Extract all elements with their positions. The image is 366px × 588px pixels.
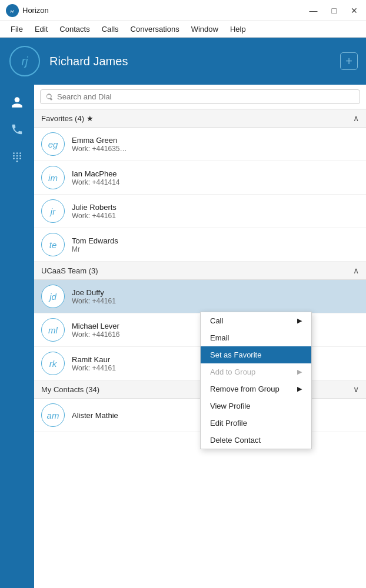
contact-detail: Mr <box>72 245 118 253</box>
svg-point-3 <box>16 152 18 154</box>
ctx-set-favorite-label: Set as Favorite <box>210 350 261 359</box>
maximize-button[interactable]: □ <box>330 6 339 15</box>
sidebar <box>0 85 34 588</box>
svg-point-7 <box>19 155 21 157</box>
group-ucaas[interactable]: UCaaS Team (3) ∧ <box>34 262 366 280</box>
contact-detail: Work: +441414 <box>72 178 120 186</box>
ctx-add-group-label: Add to Group <box>210 368 255 376</box>
list-item[interactable]: jd Joe Duffy Work: +44161 <box>34 280 366 313</box>
svg-point-8 <box>13 158 15 159</box>
ctx-add-group: Add to Group ▶ <box>201 363 311 380</box>
arrow-icon: ▶ <box>297 368 302 376</box>
menu-conversations[interactable]: Conversations <box>125 24 185 35</box>
app-icon: H <box>6 4 19 17</box>
search-icon <box>45 93 54 101</box>
window-controls: — □ ✕ <box>307 6 360 15</box>
avatar: am <box>41 403 65 427</box>
menu-bar: File Edit Contacts Calls Conversations W… <box>0 21 366 38</box>
profile-name: Richard James <box>49 55 128 68</box>
group-mycontacts-label: My Contacts (34) <box>41 385 99 394</box>
ctx-email[interactable]: Email <box>201 329 311 346</box>
minimize-button[interactable]: — <box>307 6 320 15</box>
menu-help[interactable]: Help <box>224 24 252 35</box>
svg-point-11 <box>16 161 18 162</box>
ctx-delete-contact[interactable]: Delete Contact <box>201 432 311 449</box>
avatar: ml <box>41 318 65 342</box>
search-bar <box>34 85 366 109</box>
avatar: im <box>41 166 65 189</box>
contact-detail: Work: +441635… <box>72 145 127 153</box>
ctx-delete-contact-label: Delete Contact <box>210 436 261 445</box>
sidebar-item-dialpad[interactable] <box>5 145 29 168</box>
contact-name: Joe Duffy <box>72 288 116 297</box>
svg-point-2 <box>13 152 15 154</box>
arrow-icon: ▶ <box>297 317 302 325</box>
contact-name: Ian MacPhee <box>72 169 120 178</box>
arrow-icon: ▶ <box>297 385 302 393</box>
menu-edit[interactable]: Edit <box>29 24 54 35</box>
ctx-view-profile[interactable]: View Profile <box>201 397 311 415</box>
app-title: Horizon <box>22 6 49 15</box>
contact-detail: Work: +441616 <box>72 330 120 339</box>
sidebar-item-contacts[interactable] <box>5 91 29 114</box>
list-item[interactable]: im Ian MacPhee Work: +441414 <box>34 161 366 195</box>
chevron-icon[interactable]: ∨ <box>353 385 359 394</box>
svg-point-5 <box>13 155 15 157</box>
avatar: rj <box>9 46 40 76</box>
ctx-edit-profile[interactable]: Edit Profile <box>201 415 311 432</box>
context-menu: Call ▶ Email Set as Favorite Add to Grou… <box>200 312 312 449</box>
group-ucaas-label: UCaaS Team (3) <box>41 266 98 275</box>
ctx-remove-group[interactable]: Remove from Group ▶ <box>201 380 311 397</box>
contact-detail: Work: +44161 <box>72 297 116 305</box>
ctx-email-label: Email <box>210 333 229 342</box>
contact-name: Julie Roberts <box>72 203 117 212</box>
list-item[interactable]: te Tom Edwards Mr <box>34 228 366 262</box>
avatar: te <box>41 233 65 256</box>
add-button[interactable]: + <box>340 52 358 70</box>
contact-name: Alister Mathie <box>72 411 118 420</box>
avatar: jr <box>41 199 65 223</box>
svg-point-10 <box>19 158 21 159</box>
ctx-call[interactable]: Call ▶ <box>201 312 311 329</box>
sidebar-item-calls[interactable] <box>5 118 29 141</box>
list-item[interactable]: jr Julie Roberts Work: +44161 <box>34 195 366 228</box>
group-favorites[interactable]: Favorites (4) ★ ∧ <box>34 109 366 128</box>
ctx-edit-profile-label: Edit Profile <box>210 419 247 427</box>
menu-contacts[interactable]: Contacts <box>54 24 95 35</box>
group-favorites-label: Favorites (4) ★ <box>41 114 94 123</box>
list-item[interactable]: eg Emma Green Work: +441635… <box>34 128 366 161</box>
profile-header: rj Richard James + <box>0 38 366 85</box>
contact-detail: Work: +44161 <box>72 212 117 220</box>
ctx-call-label: Call <box>210 316 223 325</box>
contact-name: Michael Lever <box>72 322 120 330</box>
svg-text:H: H <box>11 8 14 14</box>
close-button[interactable]: ✕ <box>348 6 360 15</box>
menu-file[interactable]: File <box>5 24 29 35</box>
contact-name: Emma Green <box>72 136 127 145</box>
avatar: eg <box>41 132 65 156</box>
svg-point-9 <box>16 158 18 159</box>
chevron-up-icon[interactable]: ∧ <box>353 266 359 275</box>
svg-point-6 <box>16 155 18 157</box>
contact-name: Ramit Kaur <box>72 355 116 364</box>
chevron-up-icon[interactable]: ∧ <box>353 113 359 123</box>
menu-window[interactable]: Window <box>185 24 224 35</box>
svg-point-4 <box>19 152 21 154</box>
avatar: jd <box>41 285 65 308</box>
ctx-remove-group-label: Remove from Group <box>210 385 280 393</box>
ctx-set-favorite[interactable]: Set as Favorite <box>201 346 311 363</box>
search-wrapper[interactable] <box>40 89 360 104</box>
contact-name: Tom Edwards <box>72 236 118 245</box>
contact-detail: Work: +44161 <box>72 364 116 372</box>
title-bar: H Horizon — □ ✕ <box>0 0 366 21</box>
menu-calls[interactable]: Calls <box>96 24 125 35</box>
title-bar-left: H Horizon <box>6 4 49 17</box>
avatar: rk <box>41 352 65 375</box>
ctx-view-profile-label: View Profile <box>210 402 250 410</box>
search-input[interactable] <box>57 92 355 101</box>
